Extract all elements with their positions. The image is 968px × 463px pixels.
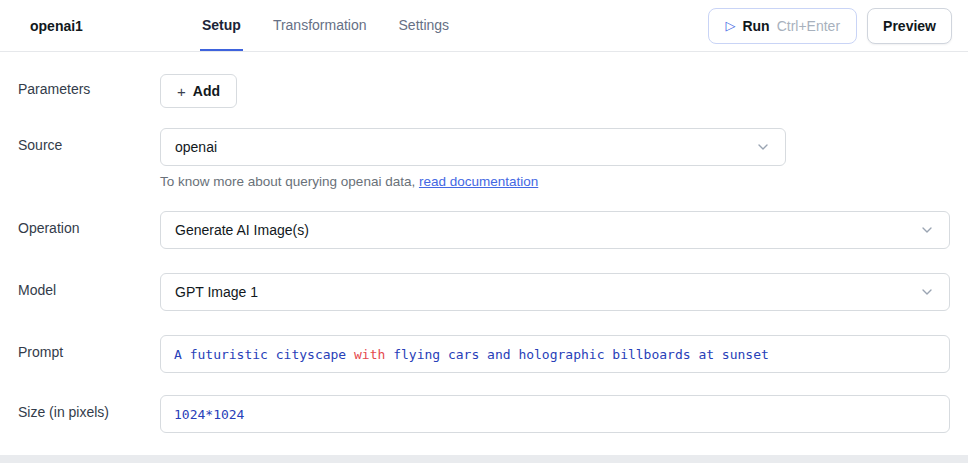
prompt-token: with xyxy=(354,347,385,362)
parameters-label: Parameters xyxy=(18,74,160,97)
source-row: Source openai To know more about queryin… xyxy=(18,128,950,189)
chevron-down-icon xyxy=(755,139,771,155)
source-label: Source xyxy=(18,128,160,153)
model-select-value: GPT Image 1 xyxy=(175,284,258,300)
query-setup-form: Parameters + Add Source openai xyxy=(0,52,968,433)
bottom-divider xyxy=(0,455,968,463)
add-parameter-button[interactable]: + Add xyxy=(160,74,237,108)
chevron-down-icon xyxy=(919,284,935,300)
preview-button[interactable]: Preview xyxy=(867,8,952,44)
read-documentation-link[interactable]: read documentation xyxy=(419,174,538,189)
prompt-token: A futuristic cityscape xyxy=(174,347,354,362)
run-button[interactable]: ▷ Run Ctrl+Enter xyxy=(708,8,857,44)
prompt-input[interactable]: A futuristic cityscape with flying cars … xyxy=(160,335,950,373)
size-value: 1024*1024 xyxy=(174,407,244,422)
header-actions: ▷ Run Ctrl+Enter Preview xyxy=(708,0,968,51)
tab-settings[interactable]: Settings xyxy=(397,0,452,51)
model-select[interactable]: GPT Image 1 xyxy=(160,273,950,311)
run-shortcut-label: Ctrl+Enter xyxy=(777,18,840,34)
size-input[interactable]: 1024*1024 xyxy=(160,395,950,433)
operation-label: Operation xyxy=(18,211,160,236)
operation-select[interactable]: Generate AI Image(s) xyxy=(160,211,950,249)
source-helper-text: To know more about querying openai data,… xyxy=(160,174,950,189)
chevron-down-icon xyxy=(919,222,935,238)
size-row: Size (in pixels) 1024*1024 xyxy=(18,395,950,433)
plus-icon: + xyxy=(177,84,186,99)
run-button-label: Run xyxy=(742,18,769,34)
model-row: Model GPT Image 1 xyxy=(18,273,950,311)
add-parameter-label: Add xyxy=(193,83,220,99)
source-select-value: openai xyxy=(175,139,217,155)
query-name[interactable]: openai1 xyxy=(0,0,200,51)
tab-transformation[interactable]: Transformation xyxy=(271,0,369,51)
tab-setup[interactable]: Setup xyxy=(200,0,243,51)
prompt-label: Prompt xyxy=(18,335,160,360)
model-label: Model xyxy=(18,273,160,298)
prompt-row: Prompt A futuristic cityscape with flyin… xyxy=(18,335,950,373)
play-icon: ▷ xyxy=(725,19,735,32)
tab-bar: Setup Transformation Settings xyxy=(200,0,451,51)
query-editor-panel: openai1 Setup Transformation Settings ▷ … xyxy=(0,0,968,463)
operation-select-value: Generate AI Image(s) xyxy=(175,222,309,238)
prompt-token: flying cars and holographic billboards a… xyxy=(385,347,769,362)
query-header: openai1 Setup Transformation Settings ▷ … xyxy=(0,0,968,52)
parameters-row: Parameters + Add xyxy=(18,74,950,108)
source-helper-prefix: To know more about querying openai data, xyxy=(160,174,419,189)
source-select[interactable]: openai xyxy=(160,128,786,166)
size-label: Size (in pixels) xyxy=(18,395,160,420)
operation-row: Operation Generate AI Image(s) xyxy=(18,211,950,249)
